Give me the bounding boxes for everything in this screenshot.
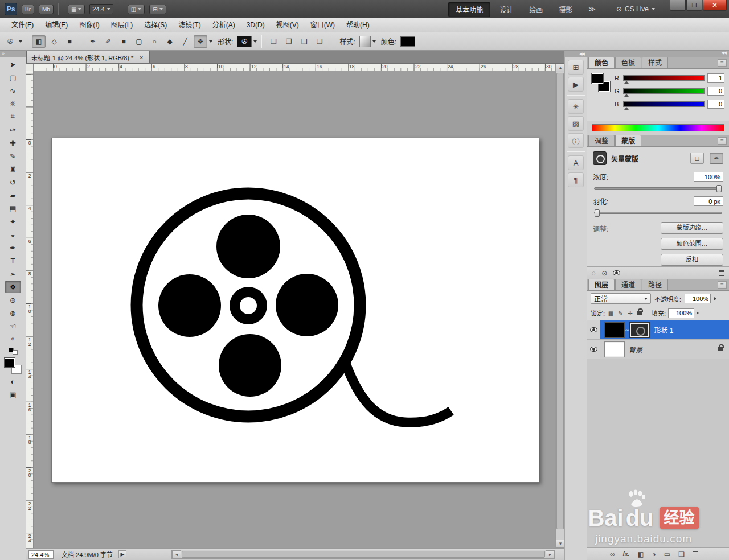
layer-row-shape1[interactable]: ∞ 形状 1 <box>587 320 729 340</box>
color-spectrum-ramp[interactable] <box>592 124 724 131</box>
combine-intersect-button[interactable]: ❑ <box>297 35 311 48</box>
delete-mask-icon[interactable] <box>719 270 724 276</box>
layer-thumbnail[interactable] <box>605 342 624 357</box>
history-brush-tool[interactable]: ↺ <box>5 176 21 188</box>
scroll-left-icon[interactable]: ◂ <box>172 550 181 558</box>
default-colors-button[interactable] <box>9 348 18 355</box>
dodge-tool[interactable]: ◒ <box>5 228 21 241</box>
lock-transparency-icon[interactable]: ▦ <box>607 310 615 316</box>
disable-mask-icon[interactable] <box>613 270 620 275</box>
density-slider[interactable] <box>594 187 722 190</box>
clone-stamp-tool[interactable]: ♜ <box>5 163 21 175</box>
hand-tool[interactable]: ☜ <box>5 320 21 332</box>
lock-all-icon[interactable] <box>637 311 642 315</box>
workspace-essentials[interactable]: 基本功能 <box>448 2 490 17</box>
menu-image[interactable]: 图像(I) <box>73 18 105 32</box>
gradient-tool[interactable]: ▤ <box>5 202 21 215</box>
lasso-tool[interactable]: ∿ <box>5 84 21 97</box>
vector-mask-thumbnail[interactable] <box>630 323 649 337</box>
rounded-rectangle-tool-button[interactable]: ▢ <box>132 35 146 48</box>
type-tool[interactable]: T <box>5 254 21 267</box>
chevron-down-icon[interactable] <box>253 40 257 43</box>
zoom-level-control[interactable]: 24.4 <box>89 4 113 14</box>
close-button[interactable]: ✕ <box>703 0 727 11</box>
density-value-field[interactable] <box>694 172 723 182</box>
visibility-toggle[interactable] <box>587 320 600 339</box>
move-tool[interactable]: ➤ <box>5 58 21 71</box>
freeform-pen-button[interactable]: ✐ <box>101 35 115 48</box>
cs-live-button[interactable]: ⊙ CS Live <box>616 5 655 13</box>
menu-help[interactable]: 帮助(H) <box>341 18 375 32</box>
lock-pixels-icon[interactable]: ✎ <box>617 310 624 316</box>
screen-mode-toggle[interactable]: ▣ <box>5 388 21 401</box>
menu-layer[interactable]: 图层(L) <box>105 18 139 32</box>
custom-shape-tool[interactable]: ❖ <box>5 281 21 293</box>
panel-menu-icon[interactable]: ≡ <box>718 137 727 145</box>
menu-filter[interactable]: 滤镜(T) <box>173 18 206 32</box>
menu-window[interactable]: 窗口(W) <box>305 18 341 32</box>
red-slider[interactable] <box>623 75 705 81</box>
status-zoom-field[interactable]: 24.4% <box>28 550 54 559</box>
style-picker[interactable] <box>359 36 371 47</box>
delete-layer-icon[interactable] <box>693 551 698 557</box>
crop-tool[interactable]: ⌗ <box>5 110 21 123</box>
slider-thumb[interactable] <box>624 94 629 97</box>
combine-add-button[interactable]: ❏ <box>267 35 280 48</box>
add-pixel-mask-button[interactable]: ◻ <box>690 153 704 164</box>
eyedropper-tool[interactable]: ✑ <box>5 123 21 136</box>
blue-slider[interactable] <box>623 101 705 107</box>
minimize-button[interactable]: — <box>670 0 686 11</box>
blue-value-field[interactable] <box>707 100 724 109</box>
3d-rotate-tool[interactable]: ⊕ <box>5 294 21 306</box>
scroll-down-icon[interactable]: ▼ <box>556 540 565 548</box>
histogram-panel-icon[interactable]: ▨ <box>568 116 584 131</box>
zoom-tool[interactable]: ⌖ <box>5 333 21 345</box>
opacity-value-field[interactable] <box>685 294 711 303</box>
layer-style-icon[interactable]: fx. <box>623 551 630 557</box>
adjustments-panel-icon[interactable]: ✳ <box>568 99 584 114</box>
link-layers-icon[interactable]: ∞ <box>610 550 615 558</box>
bridge-button[interactable]: Br <box>22 5 34 14</box>
workspace-design[interactable]: 设计 <box>493 2 520 17</box>
layer-name[interactable]: 背景 <box>629 344 642 354</box>
visibility-toggle[interactable] <box>587 340 600 359</box>
paths-button[interactable]: ◇ <box>47 35 61 48</box>
pen-tool-button[interactable]: ✒ <box>86 35 100 48</box>
feather-value-field[interactable] <box>694 196 723 206</box>
tool-preset-picker[interactable]: ✇ <box>3 35 17 48</box>
fill-pixels-button[interactable]: ■ <box>63 35 76 48</box>
info-panel-icon[interactable]: ⓘ <box>568 133 584 148</box>
green-slider[interactable] <box>623 88 705 94</box>
strip-collapse-button[interactable]: ◀◀ <box>565 51 587 57</box>
blend-mode-select[interactable]: 正常 <box>591 293 651 304</box>
ellipse-tool-button[interactable]: ○ <box>148 35 161 48</box>
screen-mode-button[interactable]: ⊞ <box>149 5 166 14</box>
new-layer-icon[interactable]: ❏ <box>678 550 685 558</box>
restore-button[interactable]: ❐ <box>686 0 702 11</box>
layer-row-background[interactable]: 背景 <box>587 340 729 359</box>
shape-layers-button[interactable]: ◧ <box>32 35 46 48</box>
color-range-button[interactable]: 颜色范围… <box>661 238 723 250</box>
menu-analysis[interactable]: 分析(A) <box>207 18 241 32</box>
scroll-right-icon[interactable]: ▸ <box>546 550 555 558</box>
path-selection-tool[interactable]: ➢ <box>5 267 21 280</box>
mini-bridge-button[interactable]: Mb <box>39 5 54 14</box>
paragraph-panel-icon[interactable]: ¶ <box>568 172 584 187</box>
quick-mask-button[interactable]: ◐ <box>5 375 21 388</box>
panel-menu-icon[interactable]: ≡ <box>718 59 727 67</box>
tab-channels[interactable]: 通道 <box>615 279 641 290</box>
menu-3d[interactable]: 3D(D) <box>241 18 271 32</box>
green-value-field[interactable] <box>707 87 724 96</box>
pen-tool[interactable]: ✒ <box>5 241 21 254</box>
layer-name[interactable]: 形状 1 <box>654 325 673 335</box>
menu-select[interactable]: 选择(S) <box>138 18 173 32</box>
tab-layers[interactable]: 图层 <box>588 279 615 290</box>
blur-tool[interactable]: ✦ <box>5 215 21 228</box>
shape-color-swatch[interactable] <box>400 36 415 47</box>
geometry-options-icon[interactable] <box>209 40 212 43</box>
slider-thumb[interactable] <box>716 185 722 192</box>
load-selection-from-mask-icon[interactable]: ◌ <box>592 269 596 277</box>
rectangle-tool-button[interactable]: ■ <box>117 35 130 48</box>
polygon-tool-button[interactable]: ◆ <box>163 35 177 48</box>
brush-tool[interactable]: ✎ <box>5 150 21 162</box>
